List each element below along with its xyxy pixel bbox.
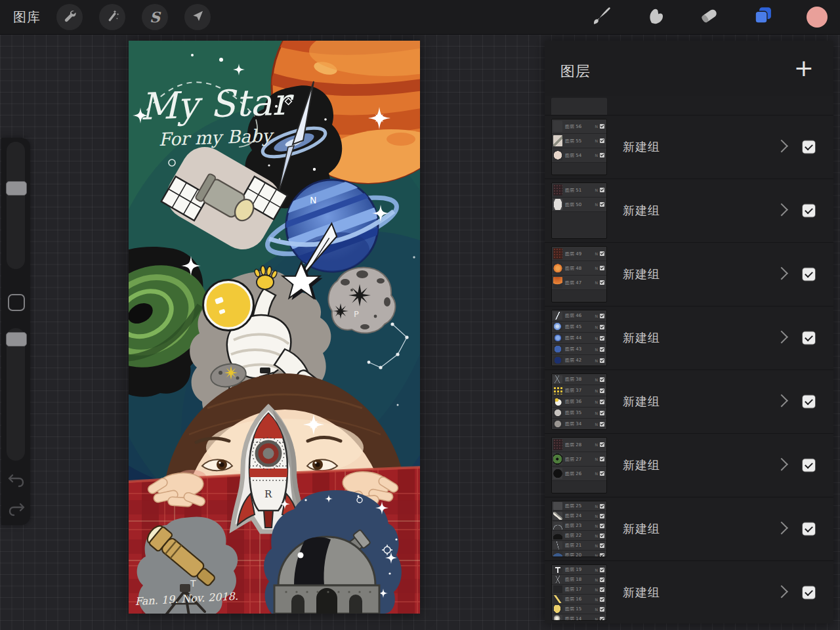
mini-visibility-checkbox [600,266,604,270]
mini-layer-row: 图层 21N [552,541,606,551]
layer-group-row[interactable]: 图层 49N图层 48N图层 47N 新建组 [545,242,833,306]
visibility-checkbox[interactable] [803,523,815,536]
brush-opacity-handle[interactable] [6,332,27,346]
redo-button[interactable] [7,500,26,518]
chevron-right-icon[interactable] [775,203,788,217]
transform-button[interactable] [184,4,211,30]
mini-layer-label: 图层 25 [565,503,595,509]
brush-icon [591,5,613,30]
mini-layer-row: 图层 20N [552,551,606,557]
group-name-label: 新建组 [623,139,660,155]
layer-group-row[interactable]: 图层 25N图层 24N图层 23N图层 22N图层 21N图层 20N 新建组 [545,497,833,560]
mini-layer-row: 图层 38N [552,374,606,385]
gallery-button[interactable]: 图库 [13,9,41,26]
chevron-right-icon[interactable] [775,522,788,535]
chevron-right-icon[interactable] [775,331,788,344]
selection-button[interactable]: S [142,4,168,30]
mini-layer-label: 图层 51 [565,187,595,194]
eraser-button[interactable] [697,5,722,30]
mini-visibility-checkbox [600,358,604,363]
mini-layer-row: 图层 36N [552,396,606,408]
layer-group-row[interactable]: 图层 19N图层 18N图层 17N图层 16N图层 15N图层 14N 新建组 [545,560,833,623]
mini-blend-mode: N [595,325,598,329]
mini-layer-label: 图层 26 [565,471,595,477]
mini-visibility-checkbox [600,411,604,415]
mini-visibility-checkbox [600,597,604,602]
mini-layer-thumbnail [553,502,562,509]
mini-layer-thumbnail [553,398,562,406]
brush-size-slider[interactable] [7,142,25,269]
mini-visibility-checkbox [600,124,604,129]
layer-group-row[interactable]: 图层 38N图层 37N图层 36N图层 35N图层 34N 新建组 [545,369,833,433]
add-layer-button[interactable]: + [794,56,814,80]
undo-button[interactable] [7,471,26,490]
chevron-right-icon[interactable] [775,585,788,598]
mini-blend-mode: N [595,411,598,415]
mini-layer-thumbnail [553,375,562,384]
mini-layer-thumbnail [553,262,562,274]
mini-layer-row: 图层 54N [552,148,606,163]
mini-layer-thumbnail [553,387,562,395]
layer-row-partial[interactable] [545,96,833,115]
top-toolbar: 图库 S [0,0,840,35]
mini-visibility-checkbox [600,568,604,572]
mini-layer-row: 图层 45N [552,322,606,333]
mini-visibility-checkbox [600,347,604,352]
chevron-right-icon[interactable] [775,267,788,280]
visibility-checkbox[interactable] [803,205,815,217]
eraser-icon [698,5,721,30]
mini-blend-mode: N [595,422,598,427]
layer-group-row[interactable]: 图层 28N图层 27N图层 26N 新建组 [545,433,833,497]
mini-layer-label: 图层 35 [565,410,595,416]
mini-layer-thumbnail [553,576,562,583]
smudge-button[interactable] [643,5,668,30]
mini-blend-mode: N [595,568,598,572]
layer-group-row[interactable]: 图层 51N图层 50N 新建组 [545,178,833,242]
visibility-checkbox[interactable] [803,268,815,281]
visibility-checkbox[interactable] [803,587,815,599]
brush-opacity-slider[interactable] [7,328,25,461]
brush-size-handle[interactable] [6,181,27,196]
paint-button[interactable] [589,5,614,30]
mini-blend-mode: N [595,124,598,129]
group-thumbnail-panel: 图层 19N图层 18N图层 17N图层 16N图层 15N图层 14N [551,564,607,621]
mini-layer-label: 图层 18 [565,576,595,583]
mini-layer-row: 图层 47N [552,276,606,290]
drawing-canvas[interactable]: My Star For my Baby N [129,41,420,614]
modify-button[interactable] [8,294,25,311]
mini-layer-row: 图层 46N [552,310,606,322]
group-thumbnail-panel: 图层 51N图层 50N [551,182,607,239]
mini-visibility-checkbox [600,188,604,192]
layer-group-row[interactable]: 图层 56N图层 55N图层 54N 新建组 [545,115,833,178]
color-button[interactable] [805,5,830,30]
mini-layer-row: 图层 24N [552,511,606,521]
adjustments-button[interactable] [99,4,125,30]
chevron-right-icon[interactable] [775,394,788,408]
mini-visibility-checkbox [600,607,604,612]
mini-layer-thumbnail [553,334,562,343]
visibility-checkbox[interactable] [803,459,815,472]
mini-layer-row: 图层 19N [552,565,606,575]
visibility-checkbox[interactable] [803,141,815,154]
visibility-checkbox[interactable] [803,396,815,408]
mini-layer-row: 图层 15N [552,604,606,614]
chevron-right-icon[interactable] [775,140,788,153]
mini-layer-thumbnail [553,541,562,549]
chevron-right-icon[interactable] [775,458,788,471]
mini-blend-mode: N [595,587,598,592]
telescope-label: T [190,578,196,589]
mini-visibility-checkbox [600,457,604,461]
visibility-checkbox[interactable] [803,332,815,345]
mini-layer-label: 图层 49 [565,251,595,257]
rocket-label: R [264,488,272,500]
brush-sidebar [1,138,30,525]
mini-blend-mode: N [595,504,598,509]
mini-layer-thumbnail [553,566,562,573]
mini-visibility-checkbox [600,617,604,621]
mini-layer-label: 图层 16 [565,596,595,602]
mini-layer-thumbnail [553,468,562,479]
layers-button[interactable] [751,5,776,30]
actions-button[interactable] [56,4,83,30]
mini-layer-thumbnail [553,615,562,621]
layer-group-row[interactable]: 图层 46N图层 45N图层 44N图层 43N图层 42N 新建组 [545,306,833,369]
